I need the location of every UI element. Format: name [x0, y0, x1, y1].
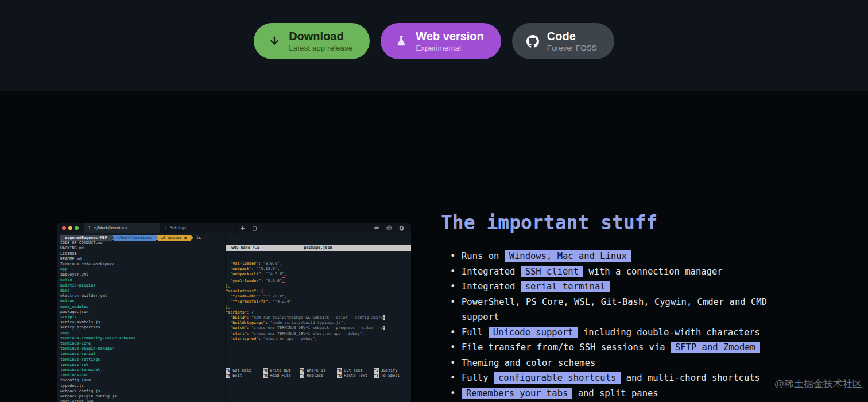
- globe-icon[interactable]: [386, 225, 392, 231]
- nano-token: :: [247, 331, 251, 336]
- nano-token: "build:typings": [230, 320, 265, 325]
- shell-pane[interactable]: eugene@Eugenes-MBP ~/Work/terminus ⎇ mas…: [57, 233, 226, 402]
- nano-line: "webpack-cli": "^4.5.0",: [226, 272, 411, 277]
- nano-token: "node scripts/build-typings.js": [270, 320, 343, 325]
- shortcut-label: Replace: [304, 373, 323, 378]
- nano-token: "**/graceful-fs": [230, 299, 268, 304]
- shortcut-key: ^G: [226, 368, 230, 373]
- titlebar-right-icons: [374, 225, 412, 231]
- feature-highlight: configurable shortcuts: [494, 372, 621, 384]
- nano-shortcut[interactable]: ^G Get Help: [226, 368, 263, 373]
- nano-token: : {: [256, 289, 263, 293]
- nano-token: [226, 320, 230, 325]
- htop-gap1: [226, 389, 411, 395]
- shortcut-key: ^J: [374, 368, 378, 373]
- nano-token: ,: [277, 266, 280, 271]
- shortcut-label: Justify: [379, 368, 398, 373]
- nano-token: "cross-env TERMINUS_DEV=1 webpack --prog…: [251, 326, 383, 330]
- battery-icon[interactable]: [374, 225, 380, 231]
- clipboard-icon[interactable]: [249, 226, 261, 231]
- file-entry: terminus-serial: [60, 351, 225, 357]
- code-button[interactable]: CodeForever FOSS: [512, 23, 614, 59]
- features-section: The important stuff Runs on Windows, Mac…: [441, 211, 820, 402]
- traffic-lights: [57, 226, 84, 230]
- nano-line: "scripts": {: [226, 310, 411, 315]
- file-entry: node_modules: [60, 304, 225, 310]
- file-entry: terminus-terminal: [60, 368, 225, 373]
- web-version-button[interactable]: Web versionExperimental: [381, 23, 501, 59]
- nano-token: },: [226, 305, 230, 310]
- nano-shortcut[interactable]: ^W Where Is: [300, 368, 337, 373]
- gear-icon[interactable]: [399, 225, 405, 231]
- file-entry: terminus-settings: [60, 357, 225, 362]
- nano-line: "build": "npm run build:typings && webpa…: [226, 315, 411, 320]
- nano-shortcut[interactable]: ^R Read File: [263, 373, 300, 378]
- nano-shortcut[interactable]: ^K Cut Text: [337, 368, 374, 373]
- nano-line: },: [226, 284, 411, 289]
- button-title: Web version: [416, 30, 484, 43]
- shortcut-key: ^T: [374, 373, 378, 378]
- nano-token: "^5.18.0": [256, 266, 277, 271]
- feature-item: Theming and color schemes: [450, 355, 788, 371]
- nano-token: :: [266, 320, 270, 325]
- nano-shortcut[interactable]: ^X Exit: [226, 373, 263, 378]
- nano-token: "^2.20.0": [263, 294, 284, 299]
- main-band: 1~/Work/terminus2Settings eugene@Eugenes…: [0, 91, 868, 402]
- file-entry: README.md: [60, 257, 225, 262]
- nano-token: ,: [343, 320, 346, 325]
- feature-item: PowerShell, PS Core, WSL, Git-Bash, Cygw…: [450, 295, 788, 325]
- nano-token: [226, 299, 230, 304]
- minimize-window-button[interactable]: [68, 226, 72, 230]
- nano-shortcut[interactable]: ^U Paste Text: [337, 373, 374, 378]
- watermark: @稀土掘金技术社区: [774, 377, 862, 391]
- feature-highlight: serial terminal: [521, 281, 610, 292]
- shortcut-label: Paste Text: [342, 373, 367, 378]
- nano-blank: [226, 352, 411, 357]
- tab--work-terminus[interactable]: 1~/Work/terminus: [84, 223, 160, 233]
- prompt-user: eugene@Eugenes-MBP: [60, 235, 112, 241]
- file-entry: app: [60, 267, 225, 272]
- nano-token: "0.6.0": [266, 279, 282, 283]
- file-entry: snap: [60, 331, 225, 336]
- nano-shortcut[interactable]: ^O Write Out: [263, 368, 300, 373]
- zoom-window-button[interactable]: [75, 226, 79, 230]
- nano-token: "^4.5.0": [266, 272, 285, 276]
- shortcut-label: To Spell: [379, 373, 400, 378]
- nano-shortcut[interactable]: ^T To Spell: [374, 373, 411, 378]
- nano-app-version: GNU nano 4.5: [226, 245, 259, 250]
- nano-token: [226, 266, 230, 271]
- nano-token: "3.0.0": [263, 261, 280, 266]
- button-text: CodeForever FOSS: [547, 30, 597, 53]
- close-window-button[interactable]: [62, 226, 66, 230]
- file-entry: yarn-error.log: [60, 399, 225, 402]
- prompt-path: ~/Work/terminus: [114, 235, 156, 241]
- nano-token: "start:prod": [230, 337, 258, 341]
- tab-number: 1: [88, 226, 91, 230]
- nano-token: [226, 294, 230, 299]
- nano-line: "watch": "cross-env TERMINUS_DEV=1 webpa…: [226, 326, 411, 331]
- terminal-window: 1~/Work/terminus2Settings eugene@Eugenes…: [57, 223, 411, 402]
- feature-highlight: Remembers your tabs: [462, 388, 572, 399]
- feature-highlight: Unicode support: [489, 327, 578, 338]
- feature-highlight: SSH client: [521, 266, 583, 277]
- new-tab-button[interactable]: [237, 226, 249, 231]
- download-button[interactable]: DownloadLatest app release: [254, 23, 370, 59]
- nano-token: [226, 315, 230, 320]
- button-subtitle: Latest app release: [289, 44, 352, 53]
- nano-token: "webpack-cli": [230, 272, 261, 276]
- nano-line: "start": "cross-env TERMINUS_DEV=1 elect…: [226, 331, 411, 337]
- nano-token: [226, 279, 230, 283]
- file-entry: CODE_OF_CONDUCT.md: [60, 241, 225, 246]
- feature-highlight: Windows, Mac and Linux: [505, 250, 631, 262]
- file-entry: tsconfig.json: [60, 378, 225, 383]
- nano-shortcut[interactable]: ^J Justify: [374, 368, 411, 373]
- shortcut-label: Read File: [268, 373, 291, 378]
- nano-token: [226, 261, 230, 266]
- shortcut-label: Where Is: [304, 368, 326, 373]
- nano-shortcut[interactable]: ^\ Replace: [300, 373, 337, 378]
- button-subtitle: Forever FOSS: [547, 44, 597, 53]
- nano-token: "electron app --debug": [263, 337, 315, 341]
- file-entry: webpack.config.js: [60, 389, 225, 394]
- tab-settings[interactable]: 2Settings: [160, 223, 237, 233]
- right-pane[interactable]: GNU nano 4.5 package.json "val-loader": …: [226, 233, 411, 402]
